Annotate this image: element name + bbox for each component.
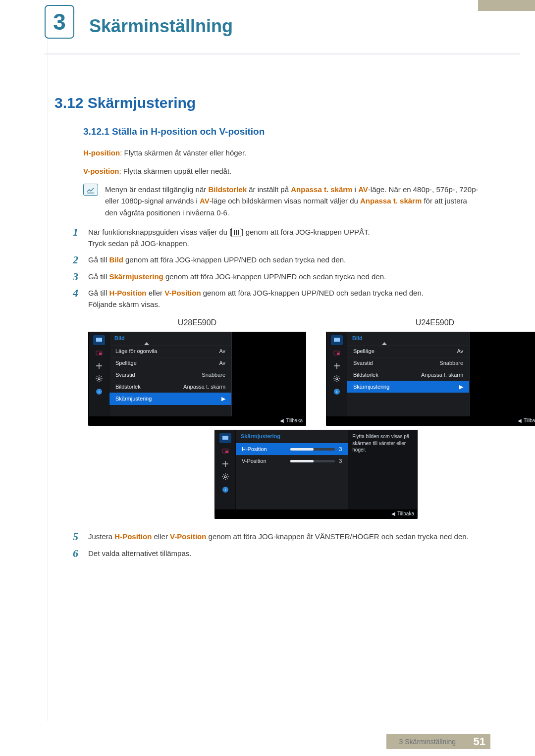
info-icon: i	[331, 387, 343, 397]
osd-row: Läge för ögonvilaAv	[109, 345, 231, 357]
osd-u28: i Bild Läge för ögonvilaAvSpellägeAvSvar…	[88, 332, 306, 426]
osd-u24: i Bild SpellägeAvSvarstidSnabbareBildsto…	[326, 332, 535, 426]
pip-icon	[93, 348, 105, 358]
osd-row: U28E590D i	[88, 319, 535, 426]
gear-icon	[93, 374, 105, 384]
step-5: 5 Justera H-Position eller V-Position ge…	[54, 531, 481, 542]
picture-icon	[219, 433, 231, 443]
osd-row: SpellägeAv	[347, 345, 469, 357]
svg-rect-12	[222, 436, 228, 440]
chapter-title: Skärminställning	[89, 16, 233, 36]
left-rule	[48, 15, 48, 721]
svg-text:i: i	[225, 488, 226, 493]
svg-rect-0	[96, 338, 102, 342]
picture-icon	[93, 335, 105, 345]
osd-back-detail: ◀ Tillbaka	[391, 511, 414, 517]
svg-text:i: i	[99, 390, 100, 395]
content: 3.12 Skärmjustering 3.12.1 Ställa in H-p…	[0, 54, 535, 633]
info-icon: i	[219, 485, 231, 495]
svg-rect-8	[337, 353, 339, 355]
osd-header: Bild	[109, 332, 231, 345]
svg-text:i: i	[336, 390, 337, 395]
decorative-topbar	[478, 0, 535, 11]
svg-point-3	[98, 378, 100, 380]
osd-back-u24: ◀ Tillbaka	[518, 418, 535, 424]
move-icon	[93, 361, 105, 371]
scroll-up-icon	[144, 342, 149, 345]
move-icon	[219, 459, 231, 469]
note-icon	[83, 184, 98, 196]
osd-description: Flytta bilden som visas på skärmen till …	[348, 430, 417, 509]
steps-list: 1 När funktionsknappsguiden visas väljer…	[54, 226, 481, 559]
svg-rect-14	[225, 451, 228, 453]
osd-detail: i Skärmjustering H-Position3V-Position3 …	[214, 430, 418, 519]
osd-back-u28: ◀ Tillbaka	[280, 418, 303, 424]
menu-icon	[231, 228, 241, 237]
pip-icon	[219, 446, 231, 456]
hpos-definition: H-position: Flytta skärmen åt vänster el…	[83, 147, 481, 158]
footer: 3 Skärminställning 51	[0, 728, 535, 756]
step-4: 4 Gå till H-Position eller V-Position ge…	[54, 287, 481, 526]
footer-page: 51	[474, 736, 485, 747]
chapter-number: 3	[53, 10, 66, 33]
osd-rows-u24: SpellägeAvSvarstidSnabbareBildstorlekAnp…	[347, 345, 469, 393]
osd-header: Skärmjustering	[236, 430, 348, 443]
section-heading: 3.12 Skärmjustering	[54, 94, 481, 112]
osd-header: Bild	[347, 332, 469, 345]
osd-row: H-Position3	[236, 443, 348, 455]
osd-row: SvarstidSnabbare	[109, 369, 231, 381]
osd-row: Skärmjustering▶	[347, 381, 469, 393]
osd-sidebar: i	[89, 332, 109, 416]
osd-rows-u28: Läge för ögonvilaAvSpellägeAvSvarstidSna…	[109, 345, 231, 405]
svg-rect-6	[334, 338, 340, 342]
footer-text: 3 Skärminställning	[399, 738, 456, 745]
step-2: 2 Gå till Bild genom att föra JOG-knappe…	[54, 254, 481, 265]
page: 3 Skärminställning 3.12 Skärmjustering 3…	[0, 0, 535, 756]
gear-icon	[331, 374, 343, 384]
osd-caption-u28: U28E590D	[88, 319, 306, 327]
osd-row: V-Position3	[236, 455, 348, 467]
move-icon	[331, 361, 343, 371]
svg-rect-2	[99, 353, 102, 355]
picture-icon	[331, 335, 343, 345]
osd-row: BildstorlekAnpassa t. skärm	[347, 369, 469, 381]
info-icon: i	[93, 387, 105, 397]
osd-caption-u24: U24E590D	[326, 319, 535, 327]
osd-rows-detail: H-Position3V-Position3	[236, 443, 348, 467]
osd-row: SpellägeAv	[109, 357, 231, 369]
vpos-definition: V-position: Flytta skärmen uppåt eller n…	[83, 165, 481, 177]
note-block: Menyn är endast tillgänglig när Bildstor…	[83, 184, 481, 218]
subsection-heading: 3.12.1 Ställa in H-position och V-positi…	[83, 126, 481, 138]
gear-icon	[219, 472, 231, 482]
osd-row: SvarstidSnabbare	[347, 357, 469, 369]
step-6: 6 Det valda alternativet tillämpas.	[54, 548, 481, 559]
note-text: Menyn är endast tillgänglig när Bildstor…	[105, 184, 481, 218]
svg-point-9	[336, 378, 338, 380]
osd-row: Skärmjustering▶	[109, 393, 231, 404]
svg-point-15	[224, 476, 226, 478]
chapter-badge: 3	[45, 5, 80, 48]
step-1: 1 När funktionsknappsguiden visas väljer…	[54, 226, 481, 250]
osd-row: BildstorlekAnpassa t. skärm	[109, 381, 231, 393]
pip-icon	[331, 348, 343, 358]
scroll-up-icon	[382, 342, 387, 345]
masthead: 3 Skärminställning	[0, 0, 535, 48]
step-3: 3 Gå till Skärmjustering genom att föra …	[54, 271, 481, 282]
